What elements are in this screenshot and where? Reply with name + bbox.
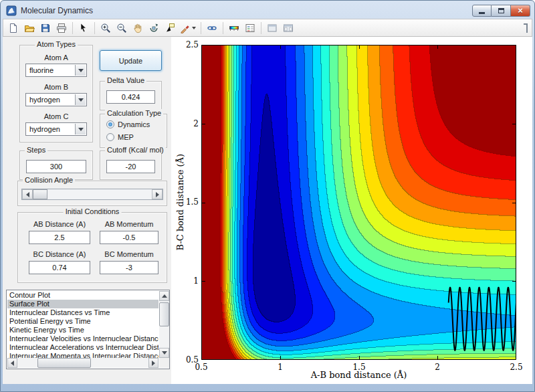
scroll-down-button[interactable]	[159, 348, 169, 358]
hide-plot-tools-icon	[267, 23, 278, 33]
pan-tool-button[interactable]	[130, 21, 145, 35]
data-cursor-icon	[165, 23, 175, 33]
new-file-button[interactable]	[6, 21, 21, 35]
ab-distance-field[interactable]	[29, 231, 90, 244]
scroll-thumb[interactable]	[37, 358, 91, 368]
delta-value-field[interactable]	[106, 90, 155, 104]
rotate-3d-button[interactable]	[146, 21, 161, 35]
y-axis-label: B-C bond distance (Å)	[175, 154, 185, 250]
atom-b-select[interactable]: hydrogen	[25, 93, 87, 106]
pointer-tool-button[interactable]	[76, 21, 91, 35]
save-icon	[40, 23, 51, 33]
slider-thumb[interactable]	[33, 189, 47, 199]
listbox-items: Contour Plot Surface Plot Internuclear D…	[7, 291, 158, 358]
bc-distance-field[interactable]	[29, 261, 90, 274]
steps-field[interactable]	[26, 160, 86, 173]
minimize-button[interactable]	[472, 5, 492, 17]
x-tick-label: 2.5	[503, 363, 530, 372]
brush-icon	[180, 23, 191, 33]
hide-plot-tools-button[interactable]	[265, 21, 280, 35]
calculation-type-title: Calculation Type	[105, 109, 163, 117]
update-button[interactable]: Update	[100, 50, 162, 71]
close-button[interactable]: ×	[511, 5, 530, 17]
chevron-down-glyph	[78, 128, 84, 131]
arrow-down-icon	[162, 351, 167, 355]
list-item[interactable]: Internuclear Distances vs Time	[7, 308, 158, 317]
zoom-in-icon	[100, 23, 111, 33]
slider-right-button[interactable]	[152, 189, 163, 199]
scroll-track[interactable]	[17, 358, 148, 368]
arrow-up-icon	[162, 294, 167, 298]
chevron-down-icon[interactable]	[75, 94, 86, 105]
open-file-button[interactable]	[22, 21, 37, 35]
ab-momentum-field[interactable]	[100, 231, 158, 244]
delta-value-title: Delta Value	[105, 76, 146, 84]
list-item[interactable]: Kinetic Energy vs Time	[7, 326, 158, 334]
data-cursor-button[interactable]	[163, 21, 177, 35]
initial-conditions-panel: Initial Conditions AB Distance (A) AB Mo…	[17, 212, 167, 283]
horizontal-scrollbar[interactable]	[7, 358, 158, 368]
toolbar-separator	[223, 22, 223, 34]
slider-track[interactable]	[47, 189, 152, 199]
dynamics-radio[interactable]: Dynamics	[106, 120, 150, 128]
atom-a-label: Atom A	[20, 54, 92, 62]
show-plot-tools-button[interactable]	[281, 21, 296, 35]
atom-a-select[interactable]: fluorine	[25, 64, 87, 77]
cutoff-title: Cutoff (Kcal/ mol)	[105, 146, 166, 154]
scroll-track[interactable]	[159, 301, 169, 348]
arrow-right-icon	[156, 192, 159, 197]
link-plots-icon	[207, 23, 217, 33]
list-item[interactable]: Surface Plot	[7, 300, 158, 308]
pointer-icon	[78, 23, 89, 33]
toolbar-separator	[261, 22, 261, 34]
mep-radio[interactable]: MEP	[106, 133, 134, 141]
chevron-down-icon[interactable]	[75, 65, 86, 76]
bc-distance-label: BC Distance (A)	[29, 250, 90, 258]
contour-plot-canvas[interactable]	[201, 45, 516, 360]
link-plots-button[interactable]	[205, 21, 219, 35]
atom-c-select[interactable]: hydrogen	[25, 122, 87, 136]
list-item[interactable]: Internuclear Velocities vs Internuclear …	[7, 334, 158, 343]
brush-tool-button[interactable]	[179, 21, 197, 35]
scroll-up-button[interactable]	[159, 291, 169, 301]
titlebar[interactable]: Molecular Dynamics ×	[1, 1, 534, 19]
insert-legend-button[interactable]	[243, 21, 257, 35]
atom-types-panel: Atom Types Atom A fluorine Atom B hydrog…	[19, 45, 93, 142]
cutoff-field[interactable]	[106, 160, 155, 173]
chevron-down-icon[interactable]	[192, 27, 196, 29]
collision-angle-panel: Collision Angle	[17, 181, 167, 206]
ab-distance-label: AB Distance (A)	[29, 220, 90, 228]
chevron-down-icon[interactable]	[75, 124, 86, 134]
atom-c-value: hydrogen	[29, 125, 60, 133]
chevron-down-glyph	[78, 69, 84, 72]
list-item[interactable]: Potential Energy vs Time	[7, 317, 158, 326]
insert-colorbar-button[interactable]	[227, 21, 241, 35]
rotate-3d-icon	[148, 23, 159, 33]
zoom-out-button[interactable]	[114, 21, 129, 35]
save-button[interactable]	[38, 21, 53, 35]
plot-type-listbox[interactable]: Contour Plot Surface Plot Internuclear D…	[6, 290, 170, 369]
maximize-button[interactable]	[492, 5, 511, 17]
toolbar-overflow-icon[interactable]	[524, 23, 528, 33]
bc-momentum-label: BC Momentum	[100, 250, 158, 258]
zoom-in-button[interactable]	[98, 21, 113, 35]
scroll-left-button[interactable]	[7, 358, 17, 368]
print-button[interactable]	[54, 21, 69, 35]
ab-momentum-label: AB Momentum	[100, 220, 158, 228]
arrow-left-icon	[11, 361, 14, 366]
bc-momentum-field[interactable]	[100, 261, 158, 274]
scroll-thumb[interactable]	[159, 302, 169, 326]
vertical-scrollbar[interactable]	[159, 291, 169, 358]
list-item[interactable]: Contour Plot	[7, 291, 158, 300]
slider-left-button[interactable]	[22, 189, 33, 199]
scroll-right-button[interactable]	[148, 358, 158, 368]
arrow-left-icon	[26, 192, 29, 197]
app-window: Molecular Dynamics ×	[0, 0, 535, 392]
list-item[interactable]: Internuclear Accelerations vs Internucle…	[7, 343, 158, 352]
atom-b-label: Atom B	[20, 83, 92, 91]
collision-angle-slider[interactable]	[21, 189, 163, 200]
window-title: Molecular Dynamics	[21, 6, 93, 15]
list-item[interactable]: Internuclear Momenta vs Internuclear Dis…	[7, 352, 158, 358]
toolbar-separator	[72, 22, 73, 34]
new-file-icon	[8, 23, 19, 33]
